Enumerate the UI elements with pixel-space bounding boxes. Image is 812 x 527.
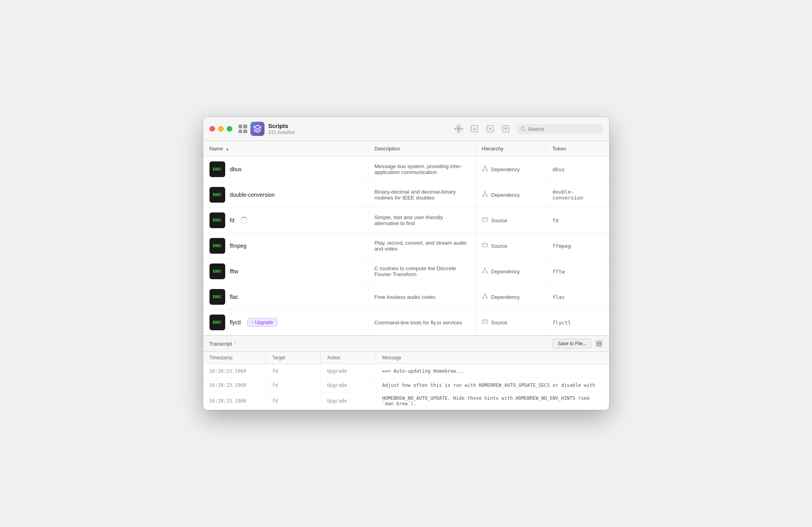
pkg-name-fftw: fftw <box>230 268 239 274</box>
snowflake-icon[interactable] <box>454 124 463 133</box>
pkg-name-ffmpeg: ffmpeg <box>230 243 247 249</box>
cell-description-ffmpeg: Play, record, convert, and stream audio … <box>368 233 476 258</box>
pkg-icon-fd: exec <box>209 212 225 228</box>
svg-line-36 <box>485 269 487 271</box>
cell-description-double-conversion: Binary-decimal and decimal-binary routin… <box>368 182 476 207</box>
svg-line-35 <box>483 269 485 271</box>
svg-line-40 <box>483 295 485 297</box>
table-header: Name ▲ Description Hierarchy Token <box>203 141 609 157</box>
svg-line-22 <box>485 167 487 169</box>
pkg-name-fd: fd <box>230 217 235 223</box>
cell-name-fd: exec fd <box>203 208 368 233</box>
pkg-icon-fftw: exec <box>209 264 225 279</box>
log-action-1: Upgrade <box>321 378 376 392</box>
table-row[interactable]: exec flyctl ↑ Upgrade Command-line tools… <box>203 310 609 335</box>
transcript-title-button[interactable]: Transcript ⌃ <box>209 341 237 347</box>
pkg-icon-dbus: exec <box>209 161 225 177</box>
maximize-button[interactable] <box>227 126 232 132</box>
traffic-lights <box>209 126 232 132</box>
cell-hierarchy-flyctl: Source <box>476 310 546 335</box>
table-row[interactable]: exec fftw C routines to compute the Disc… <box>203 259 609 284</box>
log-action-header: Action <box>321 352 376 364</box>
cancel-icon[interactable] <box>486 124 494 133</box>
cell-description-fftw: C routines to compute the Discrete Fouri… <box>368 259 476 284</box>
pkg-name-flac: flac <box>230 294 239 300</box>
cell-hierarchy-fd: Source <box>476 208 546 233</box>
cell-token-fftw: fftw <box>546 259 609 284</box>
pkg-icon-flyctl: exec <box>209 315 225 330</box>
log-rows: 16:28:23.1960 fd Upgrade ==> Auto-updati… <box>203 364 609 410</box>
log-timestamp-header: Timestamp <box>203 352 266 364</box>
upgrade-badge[interactable]: ↑ Upgrade <box>247 318 277 327</box>
save-to-file-button[interactable]: Save to File... <box>553 339 592 348</box>
log-message-2: HOMEBREW_NO_AUTO_UPDATE. Hide these hint… <box>376 392 609 410</box>
svg-rect-28 <box>482 218 487 221</box>
cell-name-dbus: exec dbus <box>203 157 368 182</box>
app-icon <box>250 122 265 136</box>
transcript-header: Transcript ⌃ Save to File... <box>203 335 609 352</box>
table-row[interactable]: exec fd Simple, fast and user-friendly a… <box>203 208 609 233</box>
column-name-header[interactable]: Name ▲ <box>203 142 368 156</box>
cell-name-ffmpeg: exec ffmpeg <box>203 233 368 258</box>
cell-name-double-conversion: exec double-conversion <box>203 182 368 207</box>
hierarchy-icon-double-conversion <box>482 191 488 199</box>
table-row[interactable]: exec ffmpeg Play, record, convert, and s… <box>203 233 609 259</box>
cell-token-flac: flac <box>546 284 609 309</box>
cell-name-fftw: exec fftw <box>203 259 368 284</box>
log-message-1: Adjust how often this is run with HOMEBR… <box>376 378 609 392</box>
pkg-icon-flac: exec <box>209 289 225 305</box>
log-action-2: Upgrade <box>321 392 376 410</box>
cell-token-flyctl: flyctl <box>546 310 609 335</box>
cell-name-flac: exec flac <box>203 284 368 309</box>
upload-icon[interactable] <box>502 124 510 133</box>
search-input[interactable] <box>528 126 599 132</box>
svg-line-26 <box>483 193 485 195</box>
search-bar[interactable] <box>516 124 603 134</box>
log-message-0: ==> Auto-updating Homebrew... <box>376 364 609 378</box>
close-button[interactable] <box>209 126 215 132</box>
cell-description-flac: Free lossless audio codec <box>368 284 476 309</box>
column-hierarchy-header[interactable]: Hierarchy <box>476 142 546 156</box>
log-header: Timestamp Target Action Message <box>203 352 609 364</box>
cell-token-double-conversion: double-conversion <box>546 182 609 207</box>
column-token-header[interactable]: Token <box>546 142 609 156</box>
hierarchy-icon-ffmpeg <box>482 242 488 250</box>
cell-description-dbus: Message bus system, providing inter-appl… <box>368 157 476 182</box>
pkg-icon-ffmpeg: exec <box>209 238 225 254</box>
log-target-2: fd <box>266 392 321 410</box>
log-target-1: fd <box>266 378 321 392</box>
transcript-toggle-button[interactable] <box>595 340 603 348</box>
column-description-header[interactable]: Description <box>368 142 476 156</box>
loading-spinner <box>241 217 248 224</box>
pkg-name-double-conversion: double-conversion <box>230 192 275 198</box>
table-row[interactable]: exec double-conversion Binary-decimal an… <box>203 182 609 208</box>
table-row[interactable]: exec flac Free lossless audio codec Depe… <box>203 284 609 310</box>
table-body: exec dbus Message bus system, providing … <box>203 157 609 335</box>
svg-line-21 <box>483 167 485 169</box>
sort-icon: ▲ <box>225 146 230 151</box>
search-icon <box>520 126 526 132</box>
log-row: 16:28:23.1960 fd Upgrade ==> Auto-updati… <box>203 364 609 378</box>
log-timestamp-2: 16:28:23.1960 <box>203 392 266 410</box>
cell-hierarchy-fftw: Dependency <box>476 259 546 284</box>
hierarchy-icon-flac <box>482 293 488 301</box>
hierarchy-icon-fftw <box>482 267 488 275</box>
cell-token-ffmpeg: ffmpeg <box>546 233 609 258</box>
pkg-name-flyctl: flyctl <box>230 319 241 326</box>
svg-rect-30 <box>482 243 487 247</box>
transcript-chevron-icon: ⌃ <box>233 342 237 346</box>
cell-token-fd: fd <box>546 208 609 233</box>
hierarchy-icon-fd <box>482 216 488 224</box>
cell-name-flyctl: exec flyctl ↑ Upgrade <box>203 310 368 335</box>
pkg-icon-double-conversion: exec <box>209 187 225 203</box>
minimize-button[interactable] <box>218 126 224 132</box>
table-row[interactable]: exec dbus Message bus system, providing … <box>203 157 609 182</box>
svg-line-17 <box>524 130 525 131</box>
cell-hierarchy-ffmpeg: Source <box>476 233 546 258</box>
hierarchy-icon-flyctl <box>482 318 488 326</box>
svg-line-41 <box>485 295 487 297</box>
svg-line-27 <box>485 193 487 195</box>
grid-view-icon[interactable] <box>239 124 247 133</box>
svg-rect-42 <box>482 320 487 323</box>
download-icon[interactable] <box>470 124 479 133</box>
